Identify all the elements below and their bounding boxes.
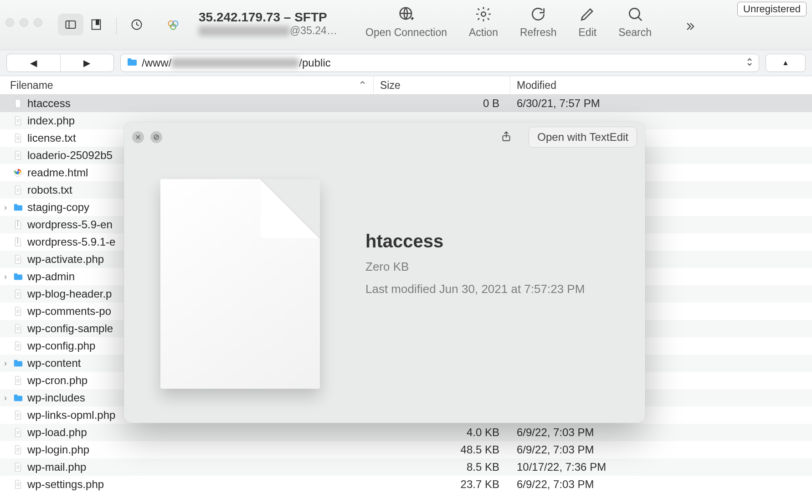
blank-icon bbox=[11, 98, 25, 108]
doc-icon bbox=[11, 479, 25, 489]
doc-icon bbox=[11, 254, 25, 264]
doc-icon bbox=[11, 375, 25, 386]
connection-title: 35.242.179.73 – SFTP xxxx @35.24… bbox=[199, 10, 340, 37]
toolbar: 35.242.179.73 – SFTP xxxx @35.24… Open C… bbox=[0, 0, 812, 50]
column-filename[interactable]: Filename ⌃ bbox=[0, 76, 374, 94]
sync-icon[interactable] bbox=[160, 14, 186, 36]
bookmarks-icon[interactable] bbox=[83, 14, 109, 36]
file-name: htaccess bbox=[25, 97, 374, 110]
column-size[interactable]: Size bbox=[374, 76, 510, 94]
table-row[interactable]: htaccess0 B6/30/21, 7:57 PM bbox=[0, 95, 812, 112]
file-modified: 6/9/22, 7:03 PM bbox=[510, 478, 812, 491]
separator bbox=[116, 17, 117, 35]
file-name: wp-mail.php bbox=[25, 461, 374, 473]
doc-icon bbox=[11, 150, 25, 160]
table-row[interactable]: wp-mail.php8.5 KB10/17/22, 7:36 PM bbox=[0, 458, 812, 476]
file-modified: 10/17/22, 7:36 PM bbox=[510, 461, 812, 473]
doc-icon bbox=[11, 462, 25, 472]
username-redacted: xxxx bbox=[199, 26, 290, 36]
svg-rect-28 bbox=[17, 221, 18, 226]
close-window[interactable] bbox=[5, 18, 14, 27]
table-row[interactable]: wp-load.php4.0 KB6/9/22, 7:03 PM bbox=[0, 424, 812, 441]
refresh-button[interactable]: Refresh bbox=[520, 5, 557, 39]
file-thumbnail bbox=[160, 179, 320, 389]
disclosure-triangle[interactable]: › bbox=[0, 393, 11, 403]
folder-icon bbox=[11, 272, 25, 282]
sidebar-toggle-icon[interactable] bbox=[58, 14, 83, 36]
host-title: 35.242.179.73 – SFTP bbox=[199, 10, 340, 25]
file-size: 23.7 KB bbox=[374, 478, 510, 491]
column-modified[interactable]: Modified bbox=[510, 76, 812, 94]
zip-icon bbox=[11, 220, 25, 230]
path-field[interactable]: /www/ x /public bbox=[120, 54, 759, 72]
nav-forward-button[interactable]: ▶ bbox=[61, 54, 114, 72]
disclosure-triangle[interactable]: › bbox=[0, 359, 11, 368]
file-name: wp-login.php bbox=[25, 443, 374, 456]
doc-icon bbox=[11, 289, 25, 299]
nav-arrows: ◀ ▶ bbox=[6, 54, 114, 72]
svg-rect-29 bbox=[17, 238, 18, 244]
unregistered-badge[interactable]: Unregistered bbox=[737, 2, 807, 16]
column-headers: Filename ⌃ Size Modified bbox=[0, 76, 812, 95]
zoom-window[interactable] bbox=[34, 18, 42, 27]
doc-icon bbox=[11, 324, 25, 334]
svg-rect-0 bbox=[66, 21, 76, 28]
svg-point-12 bbox=[629, 8, 639, 18]
file-size: 0 B bbox=[374, 97, 510, 110]
open-connection-button[interactable]: Open Connection bbox=[365, 5, 447, 39]
quicklook-fullscreen-icon[interactable] bbox=[150, 131, 162, 143]
quicklook-filename: htaccess bbox=[365, 231, 585, 252]
doc-icon bbox=[11, 445, 25, 455]
path-bar: ◀ ▶ /www/ x /public ▲ bbox=[0, 50, 812, 76]
disclosure-triangle[interactable]: › bbox=[0, 203, 11, 212]
path-redacted: x bbox=[171, 58, 299, 68]
svg-line-13 bbox=[638, 17, 642, 21]
history-icon[interactable] bbox=[124, 14, 149, 36]
file-name: wp-settings.php bbox=[25, 478, 374, 491]
action-button[interactable]: Action bbox=[469, 5, 498, 39]
quicklook-panel: Open with TextEdit htaccess Zero KB Last… bbox=[124, 122, 645, 423]
file-size: 8.5 KB bbox=[374, 461, 510, 473]
folder-icon bbox=[126, 57, 137, 69]
folder-icon bbox=[11, 393, 25, 403]
quicklook-close-icon[interactable] bbox=[132, 131, 144, 143]
quicklook-size: Zero KB bbox=[365, 260, 585, 274]
overflow-icon[interactable] bbox=[677, 15, 703, 37]
toolbar-actions: Open Connection Action Refresh Edit Sear… bbox=[365, 5, 652, 39]
doc-icon bbox=[11, 185, 25, 195]
file-modified: 6/9/22, 7:03 PM bbox=[510, 443, 812, 456]
table-row[interactable]: wp-login.php48.5 KB6/9/22, 7:03 PM bbox=[0, 441, 812, 458]
quicklook-modified: Last modified Jun 30, 2021 at 7:57:23 PM bbox=[365, 282, 585, 296]
window-controls bbox=[5, 18, 42, 27]
go-up-button[interactable]: ▲ bbox=[766, 54, 806, 72]
disclosure-triangle[interactable]: › bbox=[0, 272, 11, 282]
doc-icon bbox=[11, 341, 25, 351]
folder-icon bbox=[11, 358, 25, 368]
doc-icon bbox=[11, 410, 25, 420]
edit-button[interactable]: Edit bbox=[579, 5, 597, 39]
chrome-icon bbox=[11, 168, 25, 178]
svg-rect-3 bbox=[96, 20, 99, 25]
sort-ascending-icon: ⌃ bbox=[358, 79, 367, 92]
doc-icon bbox=[11, 306, 25, 316]
search-button[interactable]: Search bbox=[618, 5, 652, 39]
path-text: /www/ x /public bbox=[142, 57, 331, 69]
file-name: wp-load.php bbox=[25, 426, 374, 439]
doc-icon bbox=[11, 427, 25, 437]
file-size: 48.5 KB bbox=[374, 443, 510, 456]
doc-icon bbox=[11, 133, 25, 143]
doc-icon bbox=[11, 116, 25, 126]
folder-icon bbox=[11, 202, 25, 212]
table-row[interactable]: wp-settings.php23.7 KB6/9/22, 7:03 PM bbox=[0, 476, 812, 493]
host-subtitle: xxxx @35.24… bbox=[199, 25, 340, 37]
zip-icon bbox=[11, 237, 25, 247]
path-dropdown-icon[interactable] bbox=[746, 57, 753, 69]
svg-line-66 bbox=[154, 135, 158, 139]
minimize-window[interactable] bbox=[20, 18, 28, 27]
file-size: 4.0 KB bbox=[374, 426, 510, 439]
file-modified: 6/9/22, 7:03 PM bbox=[510, 426, 812, 439]
file-modified: 6/30/21, 7:57 PM bbox=[510, 97, 812, 110]
nav-back-button[interactable]: ◀ bbox=[7, 54, 61, 72]
svg-point-11 bbox=[481, 12, 486, 16]
